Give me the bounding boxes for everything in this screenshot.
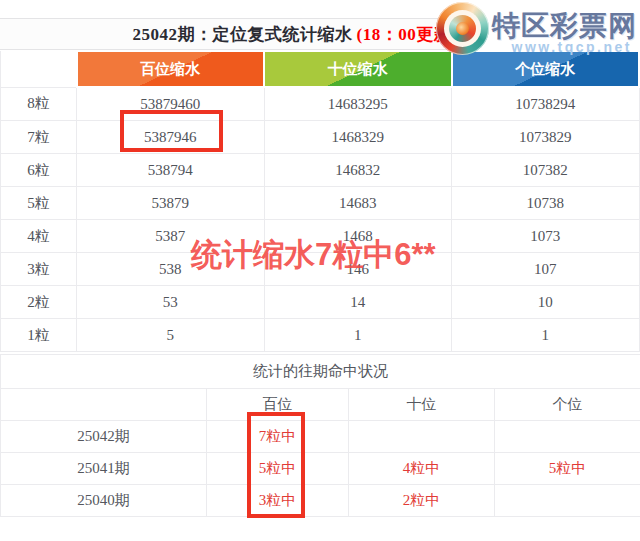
hit-value: 5粒中 <box>495 453 640 485</box>
highlight-box-history-hundreds <box>247 412 305 518</box>
hit-value <box>495 421 640 453</box>
history-table: 统计的往期命中状况 百位十位个位 25042期7粒中25041期5粒中4粒中5粒… <box>0 354 640 517</box>
shrink-table-row: 2粒531410 <box>1 286 640 319</box>
shrink-value: 1073 <box>452 220 640 253</box>
row-label: 6粒 <box>1 154 77 187</box>
shrink-value: 53879 <box>77 187 265 220</box>
hit-value: 2粒中 <box>349 485 495 517</box>
row-label: 3粒 <box>1 253 77 286</box>
logo-swirl-icon <box>436 2 489 55</box>
site-url: www.tqcp.net <box>512 39 632 55</box>
row-label: 8粒 <box>1 87 77 121</box>
shrink-value: 1468329 <box>264 121 452 154</box>
history-table-row: 25042期7粒中 <box>1 421 640 453</box>
row-label: 1粒 <box>1 319 77 352</box>
row-label: 4粒 <box>1 220 77 253</box>
shrink-value: 5 <box>77 319 265 352</box>
hit-value: 4粒中 <box>349 453 495 485</box>
history-table-row: 25040期3粒中2粒中 <box>1 485 640 517</box>
column-header: 百位缩水 <box>77 51 265 87</box>
shrink-value: 1 <box>452 319 640 352</box>
shrink-value: 14683295 <box>264 87 452 121</box>
history-table-row: 25041期5粒中4粒中5粒中 <box>1 453 640 485</box>
site-logo[interactable]: 特区彩票网 www.tqcp.net <box>454 0 640 50</box>
shrink-table-row: 8粒538794601468329510738294 <box>1 87 640 121</box>
shrink-value: 10738 <box>452 187 640 220</box>
period-label: 25042期 <box>1 421 207 453</box>
column-header: 十位缩水 <box>264 51 452 87</box>
period-label: 25041期 <box>1 453 207 485</box>
shrink-value: 107 <box>452 253 640 286</box>
shrink-value: 14683 <box>264 187 452 220</box>
shrink-value: 10738294 <box>452 87 640 121</box>
row-label: 2粒 <box>1 286 77 319</box>
shrink-value: 1073829 <box>452 121 640 154</box>
row-label: 5粒 <box>1 187 77 220</box>
history-column-header: 十位 <box>349 389 495 421</box>
corner-cell <box>1 51 77 87</box>
history-title-row: 统计的往期命中状况 <box>1 355 640 389</box>
shrink-table-body: 8粒5387946014683295107382947粒538794614683… <box>1 87 640 352</box>
shrink-table-row: 6粒538794146832107382 <box>1 154 640 187</box>
row-label: 7粒 <box>1 121 77 154</box>
period-label: 25040期 <box>1 485 207 517</box>
shrink-value: 10 <box>452 286 640 319</box>
shrink-table-row: 7粒538794614683291073829 <box>1 121 640 154</box>
history-table-body: 25042期7粒中25041期5粒中4粒中5粒中25040期3粒中2粒中 <box>1 421 640 517</box>
hit-value <box>495 485 640 517</box>
shrink-value: 53 <box>77 286 265 319</box>
shrink-value: 1 <box>264 319 452 352</box>
history-table-title: 统计的往期命中状况 <box>1 355 640 389</box>
shrink-value: 538794 <box>77 154 265 187</box>
annotation-text: 统计缩水7粒中6** <box>191 234 436 276</box>
shrink-value: 14 <box>264 286 452 319</box>
hit-value <box>349 421 495 453</box>
column-header: 个位缩水 <box>452 51 640 87</box>
shrink-value: 146832 <box>264 154 452 187</box>
history-corner-cell <box>1 389 207 421</box>
history-column-header: 个位 <box>495 389 640 421</box>
page-title: 25042期：定位复式统计缩水 <box>133 23 353 46</box>
history-header-row: 百位十位个位 <box>1 389 640 421</box>
shrink-table-header-row: 百位缩水十位缩水个位缩水 <box>1 51 640 87</box>
shrink-table-row: 1粒511 <box>1 319 640 352</box>
shrink-table-row: 5粒538791468310738 <box>1 187 640 220</box>
highlight-box-shrink-7 <box>120 110 223 152</box>
shrink-table: 百位缩水十位缩水个位缩水 8粒5387946014683295107382947… <box>0 50 640 352</box>
shrink-value: 107382 <box>452 154 640 187</box>
